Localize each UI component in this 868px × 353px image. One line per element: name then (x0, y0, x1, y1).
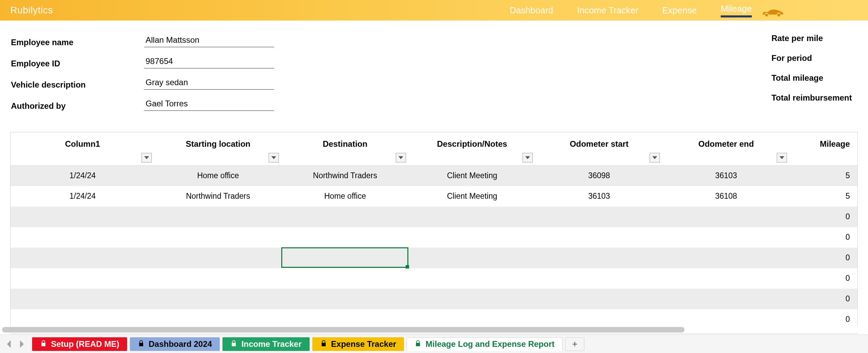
horizontal-scrollbar[interactable] (0, 326, 868, 333)
filter-button[interactable] (141, 153, 152, 162)
app-header: Rubilytics Dashboard Income Tracker Expe… (0, 0, 868, 21)
sheet-nav-arrows (3, 340, 29, 348)
table-row[interactable]: 0 (11, 248, 857, 268)
cell[interactable] (154, 268, 282, 289)
filter-button[interactable] (396, 153, 406, 162)
header-nav: Dashboard Income Tracker Expense Mileage (510, 0, 752, 21)
tab-income-tracker[interactable]: Income Tracker (222, 337, 309, 351)
cell[interactable] (409, 207, 536, 227)
cell[interactable] (535, 227, 663, 248)
th-starting-location[interactable]: Starting location (154, 132, 282, 166)
cell[interactable]: Northwind Traders (282, 166, 409, 186)
table-row[interactable]: 0 (11, 268, 857, 289)
nav-expense[interactable]: Expense (662, 5, 697, 16)
sheet-prev-icon[interactable] (5, 340, 13, 348)
label-authorized-by: Authorized by (11, 101, 144, 111)
cell[interactable] (409, 227, 536, 248)
cell[interactable] (535, 268, 663, 289)
cell[interactable] (409, 289, 536, 309)
th-odometer-start[interactable]: Odometer start (535, 132, 663, 166)
cell[interactable]: 0 (790, 248, 857, 268)
cell[interactable] (11, 248, 154, 268)
cell[interactable] (11, 227, 154, 248)
cell[interactable]: 0 (790, 268, 857, 289)
cell[interactable] (535, 289, 663, 309)
filter-button[interactable] (777, 153, 787, 162)
cell[interactable]: 1/24/24 (11, 166, 154, 186)
cell[interactable]: 36098 (535, 166, 663, 186)
table-row[interactable]: 0 (11, 207, 857, 227)
cell[interactable]: 0 (790, 227, 857, 248)
tab-setup[interactable]: Setup (READ ME) (32, 337, 127, 351)
tab-add-sheet[interactable] (565, 337, 584, 351)
cell[interactable] (282, 268, 409, 289)
cell[interactable]: 1/24/24 (11, 186, 154, 207)
lock-icon (415, 339, 421, 349)
cell[interactable] (282, 227, 409, 248)
cell[interactable]: 5 (790, 166, 857, 186)
cell[interactable] (154, 207, 282, 227)
cell[interactable] (154, 248, 282, 268)
th-odometer-end[interactable]: Odometer end (663, 132, 790, 166)
tab-expense-tracker[interactable]: Expense Tracker (312, 337, 404, 351)
scrollbar-thumb[interactable] (2, 327, 684, 332)
th-label: Destination (323, 139, 367, 148)
tab-dashboard-2024[interactable]: Dashboard 2024 (130, 337, 220, 351)
cell[interactable] (535, 207, 663, 227)
cell[interactable] (282, 248, 409, 268)
th-destination[interactable]: Destination (282, 132, 409, 166)
label-rate-per-mile: Rate per mile (771, 34, 852, 43)
value-employee-name[interactable]: Allan Mattsson (144, 35, 274, 47)
cell[interactable] (535, 248, 663, 268)
cell[interactable]: Home office (282, 186, 409, 207)
nav-income-tracker[interactable]: Income Tracker (577, 5, 638, 16)
cell[interactable] (154, 227, 282, 248)
cell[interactable] (663, 248, 790, 268)
cell[interactable]: Client Meeting (409, 166, 536, 186)
nav-mileage[interactable]: Mileage (721, 3, 752, 17)
cell[interactable] (282, 289, 409, 309)
cell[interactable] (663, 289, 790, 309)
cell[interactable]: 5 (790, 186, 857, 207)
cell[interactable] (663, 227, 790, 248)
svg-point-1 (777, 14, 780, 16)
nav-dashboard[interactable]: Dashboard (510, 5, 553, 16)
value-vehicle-description[interactable]: Gray sedan (144, 78, 274, 90)
cell[interactable] (11, 268, 154, 289)
cell[interactable] (409, 248, 536, 268)
filter-button[interactable] (269, 153, 279, 162)
cell[interactable]: 0 (790, 289, 857, 309)
table-row[interactable]: 1/24/24Home officeNorthwind TradersClien… (11, 166, 857, 186)
filter-button[interactable] (650, 153, 660, 162)
cell[interactable] (11, 289, 154, 309)
tab-label: Expense Tracker (331, 339, 396, 349)
cell[interactable] (663, 268, 790, 289)
th-label: Odometer end (698, 139, 754, 148)
tab-label: Dashboard 2024 (149, 339, 212, 349)
cell[interactable]: 0 (790, 207, 857, 227)
cell[interactable] (154, 289, 282, 309)
cell[interactable] (663, 207, 790, 227)
cell[interactable] (11, 207, 154, 227)
mileage-table[interactable]: Column1 Starting location Destination De… (11, 132, 857, 330)
tab-mileage-log[interactable]: Mileage Log and Expense Report (407, 337, 562, 351)
cell[interactable]: Client Meeting (409, 186, 536, 207)
value-employee-id[interactable]: 987654 (144, 56, 274, 68)
cell[interactable]: 36103 (535, 186, 663, 207)
cell[interactable]: Home office (154, 166, 282, 186)
sheet-next-icon[interactable] (18, 340, 25, 348)
th-mileage[interactable]: Mileage (790, 132, 857, 166)
value-authorized-by[interactable]: Gael Torres (144, 99, 274, 111)
cell[interactable]: 36108 (663, 186, 790, 207)
cell[interactable] (409, 268, 536, 289)
th-description[interactable]: Description/Notes (409, 132, 536, 166)
brand-title: Rubilytics (10, 5, 53, 16)
th-column1[interactable]: Column1 (11, 132, 154, 166)
cell[interactable]: 36103 (663, 166, 790, 186)
table-row[interactable]: 0 (11, 289, 857, 309)
cell[interactable]: Northwind Traders (154, 186, 282, 207)
filter-button[interactable] (523, 153, 533, 162)
cell[interactable] (282, 207, 409, 227)
table-row[interactable]: 0 (11, 227, 857, 248)
table-row[interactable]: 1/24/24Northwind TradersHome officeClien… (11, 186, 857, 207)
